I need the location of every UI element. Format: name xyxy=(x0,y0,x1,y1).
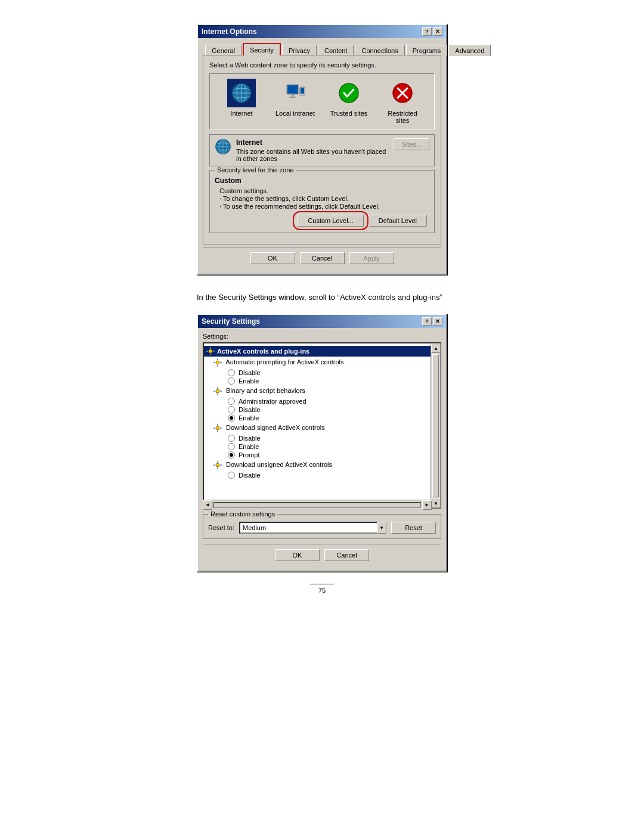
internet-options-dialog: Internet Options ? ✕ General Security Pr… xyxy=(197,24,447,275)
settings-label: Settings: xyxy=(203,333,441,340)
svg-point-20 xyxy=(209,349,212,353)
custom-level-wrap: Custom Level... xyxy=(298,215,363,227)
reset-section: Reset custom settings Reset to: Medium ▼… xyxy=(203,514,441,539)
scroll-thumb[interactable] xyxy=(432,354,439,497)
radio-auto-enable-label: Enable xyxy=(239,377,259,385)
dialog-title: Internet Options xyxy=(202,27,257,36)
level-desc-2: · To change the settings, click Custom L… xyxy=(219,195,429,202)
vertical-scrollbar[interactable]: ▲ ▼ xyxy=(431,343,440,508)
svg-rect-26 xyxy=(217,358,218,360)
radio-auto-enable[interactable] xyxy=(228,377,235,385)
reset-to-select[interactable]: Medium xyxy=(239,522,386,534)
titlebar: Internet Options ? ✕ xyxy=(198,25,446,38)
binary-disable[interactable]: Disable xyxy=(204,405,440,414)
zone-trusted-label: Trusted sites xyxy=(330,110,368,117)
dl-signed-enable[interactable]: Enable xyxy=(204,442,440,451)
zone-restricted-icon-wrap xyxy=(388,79,417,107)
scroll-up-arrow[interactable]: ▲ xyxy=(431,343,441,353)
svg-rect-43 xyxy=(213,465,215,466)
svg-rect-22 xyxy=(210,354,211,355)
radio-dl-signed-disable[interactable] xyxy=(228,435,235,442)
scroll-track-h xyxy=(213,502,421,508)
red-circle-icon xyxy=(392,82,413,104)
svg-point-35 xyxy=(216,426,219,430)
binary-admin-approved[interactable]: Administrator approved xyxy=(204,397,440,405)
dl-unsigned-section: Download unsigned ActiveX controls xyxy=(204,459,440,471)
zone-local-intranet[interactable]: Local intranet xyxy=(274,79,316,124)
select-dropdown-arrow: ▼ xyxy=(377,522,386,534)
sites-button[interactable]: Sites... xyxy=(394,138,429,150)
zone-intranet-label: Local intranet xyxy=(275,110,315,117)
radio-binary-disable[interactable] xyxy=(228,406,235,413)
cancel-button[interactable]: Cancel xyxy=(300,252,345,264)
security-settings-dialog: Security Settings ? ✕ Settings: xyxy=(197,314,447,572)
binary-enable[interactable]: Enable xyxy=(204,414,440,422)
tab-content-security: Select a Web content zone to specify its… xyxy=(203,55,441,244)
security-close-button[interactable]: ✕ xyxy=(433,317,442,326)
radio-dl-unsigned-disable[interactable] xyxy=(228,472,235,479)
security-cancel-button[interactable]: Cancel xyxy=(324,549,369,561)
svg-rect-44 xyxy=(220,465,222,466)
settings-list-container: ActiveX controls and plug-ins Automatic … xyxy=(203,342,441,509)
scroll-down-arrow[interactable]: ▼ xyxy=(431,498,441,508)
zone-restricted-label: Restrictedsites xyxy=(388,110,417,124)
zone-info-desc: This zone contains all Web sites you hav… xyxy=(236,148,389,162)
auto-prompting-icon xyxy=(213,358,222,367)
help-button[interactable]: ? xyxy=(422,27,432,36)
ok-button[interactable]: OK xyxy=(250,252,295,264)
reset-to-label: Reset to: xyxy=(208,524,234,531)
title-buttons: ? ✕ xyxy=(422,27,442,36)
dl-signed-section: Download signed ActiveX controls xyxy=(204,422,440,434)
radio-dl-signed-enable[interactable] xyxy=(228,443,235,450)
page-number-area: 75 xyxy=(310,584,334,594)
horizontal-scrollbar[interactable]: ◄ ► xyxy=(203,500,432,509)
svg-rect-21 xyxy=(210,347,211,349)
auto-prompting-enable[interactable]: Enable xyxy=(204,377,440,385)
level-desc: Custom settings. · To change the setting… xyxy=(219,187,429,210)
security-level-section: Security level for this zone Custom Cust… xyxy=(209,170,435,233)
zone-restricted-sites[interactable]: Restrictedsites xyxy=(382,79,423,124)
zone-description: Select a Web content zone to specify its… xyxy=(209,61,435,69)
radio-dl-signed-disable-label: Disable xyxy=(239,435,261,442)
custom-level-button[interactable]: Custom Level... xyxy=(298,215,363,227)
radio-auto-disable-label: Disable xyxy=(239,369,261,376)
tab-advanced[interactable]: Advanced xyxy=(448,45,491,56)
svg-point-12 xyxy=(339,83,358,103)
page-number: 75 xyxy=(318,587,326,594)
apply-button[interactable]: Apply xyxy=(349,252,394,264)
level-desc-1: Custom settings. xyxy=(219,187,429,194)
instruction-content: In the Security Settings window, scroll … xyxy=(197,293,442,302)
page-divider xyxy=(310,584,334,584)
security-level-content: Custom Custom settings. · To change the … xyxy=(215,176,429,210)
zone-internet[interactable]: Internet xyxy=(221,79,262,124)
svg-point-30 xyxy=(216,389,219,393)
svg-rect-32 xyxy=(217,394,218,395)
auto-prompting-disable[interactable]: Disable xyxy=(204,368,440,377)
scroll-left-arrow[interactable]: ◄ xyxy=(203,500,212,510)
radio-binary-admin[interactable] xyxy=(228,398,235,405)
scroll-right-arrow[interactable]: ► xyxy=(422,500,432,510)
security-settings-titlebar: Security Settings ? ✕ xyxy=(198,315,446,328)
security-title-buttons: ? ✕ xyxy=(422,317,442,326)
instruction-text: In the Security Settings window, scroll … xyxy=(197,293,447,302)
level-buttons-row: Custom Level... Default Level xyxy=(215,215,429,227)
dl-signed-prompt[interactable]: Prompt xyxy=(204,451,440,459)
security-ok-button[interactable]: OK xyxy=(275,549,320,561)
svg-rect-42 xyxy=(217,467,218,469)
tab-security[interactable]: Security xyxy=(243,43,281,55)
default-level-button[interactable]: Default Level xyxy=(369,215,427,227)
radio-auto-disable[interactable] xyxy=(228,369,235,376)
radio-binary-enable[interactable] xyxy=(228,414,235,422)
radio-binary-admin-label: Administrator approved xyxy=(239,398,306,405)
close-button[interactable]: ✕ xyxy=(433,27,442,36)
dl-signed-disable[interactable]: Disable xyxy=(204,434,440,442)
security-help-button[interactable]: ? xyxy=(422,317,432,326)
reset-button[interactable]: Reset xyxy=(391,522,436,534)
dl-unsigned-disable[interactable]: Disable xyxy=(204,471,440,479)
security-settings-body: Settings: ActiveX xyxy=(198,328,446,571)
settings-scrollable: ActiveX controls and plug-ins Automatic … xyxy=(204,343,440,508)
svg-rect-41 xyxy=(217,461,218,463)
radio-binary-enable-label: Enable xyxy=(239,414,259,422)
radio-dl-signed-prompt[interactable] xyxy=(228,451,235,459)
zone-trusted-sites[interactable]: Trusted sites xyxy=(328,79,370,124)
